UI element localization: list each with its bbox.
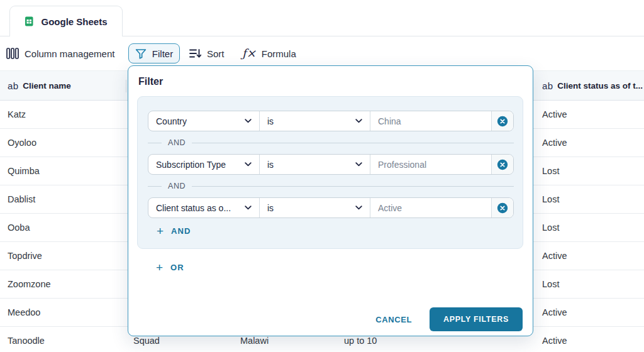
cell-client-name[interactable]: Ooba [8,214,30,241]
cell-client-name[interactable]: Katz [8,101,26,128]
filter-button[interactable]: Filter [128,43,180,63]
field-select[interactable]: Country [148,111,259,131]
remove-condition-button[interactable] [491,198,513,217]
chevron-down-icon [355,206,362,210]
add-and-label: AND [171,226,191,236]
connector-line [192,143,514,143]
cell-client-name[interactable]: Tanoodle [8,327,45,352]
remove-circle-icon [497,202,508,214]
and-connector: AND [148,138,514,147]
cell-client-name[interactable]: Oyoloo [8,129,36,157]
connector-line [148,186,162,187]
filter-dialog-title: Filter [138,76,163,87]
operator-select-value: is [267,203,274,213]
filter-funnel-icon [135,48,147,59]
app-window: Google Sheets Column management Filter S… [0,0,644,352]
cell-status[interactable]: Lost [542,157,559,185]
sort-button-label: Sort [207,48,225,59]
operator-select[interactable]: is [259,198,370,217]
column-management-button[interactable]: Column management [6,43,114,63]
value-field [370,155,491,174]
field-select-value: Country [156,116,187,126]
formula-fx-icon: ƒ× [242,48,256,59]
add-and-condition-button[interactable]: + AND [157,225,191,237]
field-select[interactable]: Client status as o... [148,198,259,217]
cell-client-name[interactable]: Dablist [8,185,35,213]
field-select-value: Subscription Type [156,160,226,170]
operator-select-value: is [267,160,274,170]
field-select[interactable]: Subscription Type [148,155,259,174]
plus-icon: + [157,225,164,237]
chevron-down-icon [245,162,252,167]
cell-status[interactable]: Lost [542,185,559,213]
connector-line [192,186,514,187]
cell-status[interactable]: Active [542,129,567,157]
columns-icon [6,48,19,59]
tab-google-sheets[interactable]: Google Sheets [9,6,123,36]
column-header-label: Client status as of t... [557,81,643,91]
value-field [370,198,491,217]
operator-select-value: is [267,116,274,126]
cell-status[interactable]: Active [542,242,567,270]
remove-circle-icon [497,116,508,127]
cell-status[interactable]: Lost [542,270,559,298]
filter-condition-row: Country is [148,111,514,131]
apply-filters-button[interactable]: APPLY FILTERS [430,307,523,331]
remove-condition-button[interactable] [491,111,513,131]
cancel-button[interactable]: CANCEL [375,315,412,324]
chevron-down-icon [355,119,362,123]
column-resize-handle[interactable] [126,80,126,92]
operator-select[interactable]: is [259,155,370,174]
plus-icon: + [156,261,163,273]
chevron-down-icon [245,206,252,210]
column-header-label: Client name [23,81,71,91]
tab-label: Google Sheets [41,16,107,27]
sort-button[interactable]: Sort [189,43,225,63]
cell-client-name[interactable]: Quimba [8,157,40,185]
filter-group-panel: Country is [137,96,523,249]
add-or-group-button[interactable]: + OR [156,261,184,273]
operator-select[interactable]: is [259,111,370,131]
filter-condition-row: Subscription Type is [148,154,514,175]
cell-status[interactable]: Lost [542,214,559,241]
value-input[interactable] [370,111,491,131]
filter-button-label: Filter [152,48,173,59]
formula-button-label: Formula [262,48,296,59]
text-type-icon: ab [8,80,18,91]
cell-client-name[interactable]: Zoomzone [8,270,51,298]
google-sheets-icon [25,16,35,26]
cell-client-name[interactable]: Meedoo [8,299,40,326]
cell-status[interactable]: Active [542,101,567,128]
dialog-footer: CANCEL APPLY FILTERS [375,307,523,331]
column-management-label: Column management [25,48,114,59]
column-header-client-name[interactable]: ab Client name [8,71,71,100]
filter-condition-row: Client status as o... is [148,197,514,218]
filter-dialog: Filter Country is [128,65,533,336]
cell-status[interactable]: Active [542,299,567,326]
text-type-icon: ab [542,80,553,91]
value-input[interactable] [370,155,491,174]
column-header-client-status[interactable]: ab Client status as of t... [542,71,643,100]
cell-client-name[interactable]: Topdrive [8,242,42,270]
formula-button[interactable]: ƒ× Formula [242,43,296,63]
cell-status[interactable]: Active [542,327,567,352]
field-select-value: Client status as o... [156,203,231,213]
value-field [370,111,491,131]
chevron-down-icon [355,162,362,167]
add-or-label: OR [170,263,184,272]
remove-condition-button[interactable] [491,155,513,174]
and-connector: AND [148,182,514,190]
value-input[interactable] [370,198,491,217]
chevron-down-icon [245,119,252,123]
connector-label: AND [168,138,186,147]
connector-line [148,143,162,143]
sort-icon [189,48,201,58]
connector-label: AND [168,182,186,190]
remove-circle-icon [497,159,508,170]
